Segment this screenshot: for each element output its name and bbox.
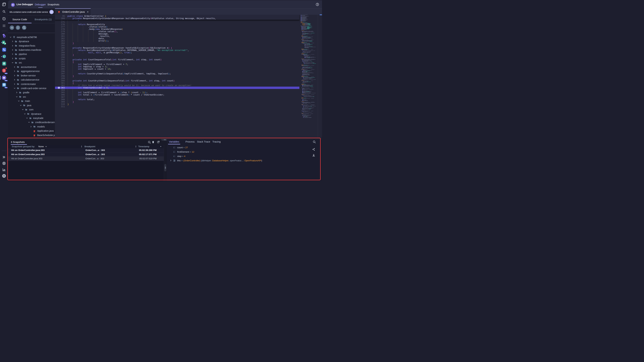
tree-item-kubernetes-manifests[interactable]: kubernetes-manifests — [8, 48, 55, 52]
sort-icon[interactable] — [80, 145, 83, 148]
code-line-275[interactable]: 275 — [55, 21, 299, 23]
panel-split-handle[interactable] — [164, 164, 166, 172]
code-line-282[interactable]: 282 data, — [55, 37, 299, 40]
snapshot-row[interactable]: Hit on OrderController.java:303OrderCon.… — [8, 148, 164, 152]
code-line-292[interactable]: 292 { — [55, 61, 299, 63]
chevron-down-icon[interactable] — [22, 108, 24, 111]
tree-item-integrationtests[interactable]: integrationTests — [8, 43, 55, 48]
tree-item-models[interactable]: models — [8, 124, 55, 129]
tree-item-contentcreator[interactable]: contentcreator — [8, 82, 55, 86]
variable-row-this[interactable]: this = (OrderController) {dbHelper: Data… — [170, 158, 262, 163]
chevron-down-icon[interactable] — [12, 62, 14, 64]
tree-item-pipeline[interactable]: pipeline — [8, 52, 55, 56]
chevron-right-icon[interactable] — [12, 53, 14, 55]
tree-item-scripts[interactable]: scripts — [8, 56, 55, 60]
code-line-287[interactable]: 287 return buildResponseEntity(HttpStatu… — [55, 49, 299, 51]
close-tab-icon[interactable]: × — [87, 10, 88, 13]
code-line-305[interactable]: 305 int lastElement = firstElement + (st… — [55, 91, 299, 94]
search-snapshots-icon[interactable] — [148, 141, 151, 144]
chevron-down-icon[interactable] — [26, 117, 28, 119]
variables-tab-process[interactable]: Process — [186, 139, 194, 144]
tree-item-dynatrace[interactable]: dynatrace — [8, 112, 55, 116]
code-line-307[interactable]: 307 — [55, 96, 299, 98]
rail-item-app-incidents[interactable]: NEW — [0, 68, 8, 73]
live-debugger-app-icon[interactable] — [11, 3, 15, 7]
variable-row-step[interactable]: 19step = 4 — [170, 154, 185, 158]
tab-snapshots-count[interactable]: 3 Snapshots — [11, 139, 25, 145]
code-line-276[interactable]: 276 return ResponseEntity — [55, 23, 299, 26]
code-line-311[interactable]: 311 — [55, 105, 299, 108]
rail-item-dynatrace-logo[interactable] — [0, 2, 8, 7]
snapshot-row[interactable]: Hit on OrderController.java:303OrderCon.… — [8, 157, 164, 161]
tree-item-easytrade[interactable]: easytrade — [8, 116, 55, 120]
code-line-279[interactable]: 279 status.value(), — [55, 30, 299, 33]
code-line-304[interactable]: 304 — [55, 89, 299, 91]
chevron-right-icon[interactable] — [14, 66, 16, 68]
code-line-280[interactable]: 280 message, — [55, 33, 299, 35]
chevron-right-icon[interactable] — [12, 49, 14, 51]
chevron-right-icon[interactable] — [30, 126, 32, 128]
code-line-308[interactable]: 308 return total; — [55, 98, 299, 101]
rail-item-app-workflows[interactable] — [0, 47, 8, 52]
chevron-right-icon[interactable] — [170, 159, 172, 161]
chevron-down-icon[interactable] — [28, 121, 30, 123]
code-line-277[interactable]: 277 .status(status) — [55, 26, 299, 28]
sort-icon[interactable] — [135, 145, 137, 148]
tree-item-credit-card-order-service[interactable]: credit-card-order-service — [8, 86, 55, 90]
search-files-button[interactable] — [22, 25, 26, 30]
rail-item-search[interactable] — [0, 9, 8, 14]
grouped-by-select[interactable]: None — [38, 145, 44, 148]
tree-item-main[interactable]: main — [8, 99, 55, 103]
code-line-293[interactable]: 293 int tmpFirstElement = firstElement +… — [55, 63, 299, 65]
rail-item-app-grid[interactable] — [0, 23, 8, 28]
breakpoint-dot[interactable] — [58, 87, 60, 89]
variable-row-count[interactable]: 19count = 27 — [170, 145, 188, 150]
minimap[interactable] — [301, 15, 318, 118]
chevron-right-icon[interactable] — [12, 40, 14, 42]
rail-item-app-database[interactable]: NEW — [0, 82, 8, 87]
refresh-button[interactable] — [16, 25, 20, 30]
rail-item-playback[interactable] — [0, 16, 8, 21]
add-breakpoint-button[interactable] — [10, 25, 14, 30]
variables-tab-variables[interactable]: Variables — [169, 139, 179, 144]
sticky-line-35[interactable]: 35public class OrderController { — [55, 15, 299, 17]
chevron-right-icon[interactable] — [14, 74, 16, 76]
variable-row-firstElement[interactable]: 19firstElement = 12 — [170, 150, 194, 154]
rail-item-app-analytics[interactable] — [0, 40, 8, 45]
edit-filter-button[interactable] — [50, 10, 54, 14]
editor-scrollbar-thumb[interactable] — [320, 14, 322, 15]
chevron-right-icon[interactable] — [12, 57, 14, 59]
rail-item-app-green[interactable] — [0, 54, 8, 59]
code-line-297[interactable]: 297 return CountArythmeticSequenceTotal(… — [55, 72, 299, 75]
code-line-288[interactable]: 288 null, null, e.getMessage(), true); — [55, 51, 299, 54]
tree-item-dynatrace[interactable]: dynatrace — [8, 39, 55, 43]
chevron-down-icon[interactable] — [14, 87, 16, 89]
tree-item-src[interactable]: src — [8, 61, 55, 65]
code-line-284[interactable]: 284 } — [55, 42, 299, 44]
code-line-303[interactable]: 303 int theGreatDivider = 0; — [55, 87, 299, 89]
tree-item-src[interactable]: src — [8, 95, 55, 99]
code-line-286[interactable]: 286 private ResponseEntity<StandardRespo… — [55, 47, 299, 49]
code-line-299[interactable]: 299 — [55, 77, 299, 79]
code-line-306[interactable]: 306 int total = (firstElement + lastElem… — [55, 94, 299, 96]
tree-item-broker-service[interactable]: broker-service — [8, 73, 55, 77]
chevron-down-icon[interactable] — [20, 104, 22, 106]
chevron-right-icon[interactable] — [14, 70, 16, 72]
chevron-down-icon[interactable] — [18, 100, 20, 102]
filter-value[interactable]: k8s.container.name:credit-card-order-ser… — [10, 8, 48, 15]
code-line-301[interactable]: 301 { — [55, 82, 299, 84]
variables-tab-stack-trace[interactable]: Stack Trace — [197, 139, 210, 144]
tree-item-aggregatorservice[interactable]: aggregatorservice — [8, 69, 55, 73]
chevron-right-icon[interactable] — [12, 45, 14, 47]
chevron-down-icon[interactable] — [24, 113, 26, 115]
code-line-294[interactable]: 294 int tmpStep = step + 2; — [55, 65, 299, 68]
share-button[interactable] — [312, 148, 315, 151]
rail-item-expand[interactable] — [0, 155, 8, 160]
code-line-291[interactable]: 291 private int CountSequenceTotal(int f… — [55, 58, 299, 61]
filter-caret-icon[interactable] — [160, 146, 162, 148]
tree-item-application-java[interactable]: Application.java — [8, 129, 55, 133]
snapshot-row[interactable]: Hit on OrderController.java:303OrderCon.… — [8, 152, 164, 157]
header-tab-snapshots[interactable]: Snapshots — [45, 0, 62, 8]
tree-item-easytrade-a29d796[interactable]: easytrade:a29d796 — [8, 35, 55, 39]
chevron-right-icon[interactable] — [16, 91, 18, 93]
